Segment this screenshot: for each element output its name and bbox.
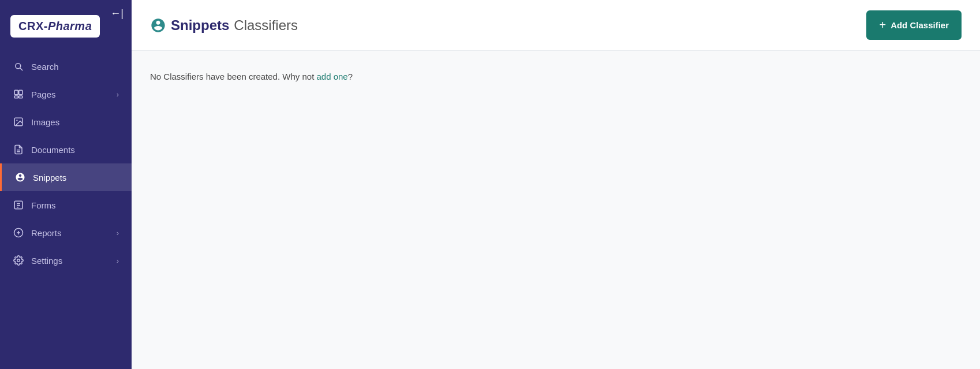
main-area: Snippets Classifiers + Add Classifier No… [132,0,980,369]
sidebar-item-pages-label: Pages [31,90,117,99]
empty-text-after: ? [348,72,353,81]
sidebar-item-images-label: Images [31,117,119,127]
plus-icon: + [879,18,886,32]
main-header: Snippets Classifiers + Add Classifier [132,0,980,51]
empty-state-message: No Classifiers have been created. Why no… [150,72,962,81]
sidebar-nav: Search Pages › [0,53,132,369]
header-snippets-icon [150,17,166,33]
sidebar-item-documents[interactable]: Documents [0,136,132,163]
svg-point-5 [16,120,17,121]
pages-icon [13,88,24,100]
sidebar-item-forms-label: Forms [31,200,119,210]
reports-chevron-icon: › [117,229,119,237]
sidebar-item-pages[interactable]: Pages › [0,80,132,108]
svg-point-15 [17,259,20,262]
svg-rect-1 [19,90,23,95]
header-title-snippets: Snippets [171,17,229,33]
header-title-area: Snippets Classifiers [150,17,298,33]
search-icon [13,61,24,72]
sidebar-item-documents-label: Documents [31,145,119,155]
documents-icon [13,144,24,155]
sidebar: ←| CRX-Pharma Search [0,0,132,369]
reports-icon [13,227,24,238]
snippets-icon [14,172,26,183]
sidebar-item-search-label: Search [31,62,119,72]
settings-icon [13,255,24,266]
svg-rect-2 [14,96,18,98]
sidebar-item-reports[interactable]: Reports › [0,219,132,247]
empty-text-before: No Classifiers have been created. Why no… [150,72,316,81]
header-title-classifiers: Classifiers [234,17,298,33]
sidebar-item-reports-label: Reports [31,228,117,238]
sidebar-item-forms[interactable]: Forms [0,191,132,219]
settings-chevron-icon: › [117,256,119,265]
add-one-link[interactable]: add one [316,72,347,81]
logo-text: CRX-Pharma [18,20,92,32]
sidebar-item-search[interactable]: Search [0,53,132,80]
sidebar-collapse-button[interactable]: ←| [108,6,126,21]
svg-rect-0 [14,90,18,95]
forms-icon [13,199,24,211]
add-classifier-label: Add Classifier [891,20,949,30]
sidebar-item-images[interactable]: Images [0,108,132,136]
add-classifier-button[interactable]: + Add Classifier [866,10,962,40]
sidebar-item-settings[interactable]: Settings › [0,247,132,274]
pages-chevron-icon: › [117,90,119,99]
sidebar-item-snippets-label: Snippets [33,173,119,182]
sidebar-item-settings-label: Settings [31,256,117,266]
sidebar-item-snippets[interactable]: Snippets [0,163,132,191]
svg-rect-3 [19,96,23,98]
images-icon [13,116,24,128]
main-content: No Classifiers have been created. Why no… [132,51,980,369]
logo-box: CRX-Pharma [10,15,100,38]
